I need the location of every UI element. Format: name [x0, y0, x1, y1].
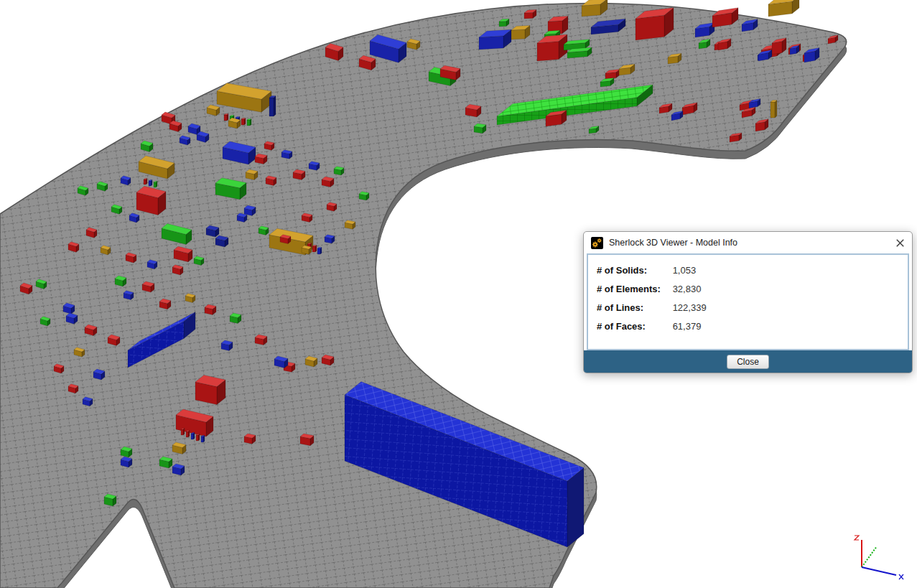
x-axis-label-mark: [899, 574, 903, 579]
component-box: [792, 0, 799, 14]
component-box: [636, 15, 664, 40]
component-box: [771, 102, 775, 118]
stat-label: # of Lines:: [597, 302, 670, 313]
component-box: [479, 36, 503, 50]
viewer-window: Sherlock 3D Viewer - Model Info # of Sol…: [0, 0, 917, 588]
z-axis-label-mark: [855, 536, 859, 540]
component-box: [312, 246, 315, 252]
stat-value: 122,339: [673, 302, 707, 313]
component-box: [144, 179, 146, 185]
axis-triad: [855, 536, 903, 579]
component-box: [181, 429, 183, 435]
sherlock-gears-icon: [591, 237, 603, 249]
component-box: [241, 119, 244, 125]
component-box: [567, 468, 584, 547]
component-box: [191, 434, 193, 439]
component-box: [524, 12, 533, 19]
component-box: [247, 120, 250, 126]
stat-row-lines: # of Lines: 122,339: [597, 302, 908, 321]
stat-label: # of Faces:: [597, 321, 670, 332]
model-info-dialog: Sherlock 3D Viewer - Model Info # of Sol…: [583, 231, 913, 373]
close-icon[interactable]: [895, 238, 905, 248]
close-button[interactable]: Close: [727, 355, 769, 369]
component-box: [499, 22, 506, 27]
component-box: [224, 115, 227, 121]
component-box: [154, 182, 156, 187]
stat-value: 32,830: [673, 284, 702, 294]
component-box: [775, 101, 777, 118]
component-box: [274, 96, 276, 116]
component-box: [317, 248, 320, 254]
dialog-title-bar[interactable]: Sherlock 3D Viewer - Model Info: [584, 232, 912, 253]
component-box: [772, 42, 782, 55]
model-info-panel: # of Solids: 1,053 # of Elements: 32,830…: [587, 253, 909, 350]
component-box: [196, 435, 198, 441]
dialog-title: Sherlock 3D Viewer - Model Info: [609, 238, 889, 248]
component-box: [269, 98, 274, 116]
stat-value: 61,379: [673, 321, 702, 332]
x-axis-line: [862, 567, 896, 575]
component-box: [511, 29, 525, 39]
stat-row-solids: # of Solids: 1,053: [597, 265, 908, 284]
component-box: [537, 42, 559, 61]
y-axis-line: [862, 546, 877, 567]
component-box: [149, 181, 151, 186]
stat-row-faces: # of Faces: 61,379: [597, 321, 908, 340]
stat-row-elements: # of Elements: 32,830: [597, 284, 908, 302]
component-box: [582, 4, 600, 17]
dialog-footer: Close: [584, 350, 912, 373]
component-box: [201, 437, 203, 442]
stat-value: 1,053: [673, 265, 697, 276]
component-box: [186, 431, 188, 437]
stat-label: # of Solids:: [597, 265, 670, 276]
stat-label: # of Elements:: [597, 284, 670, 294]
